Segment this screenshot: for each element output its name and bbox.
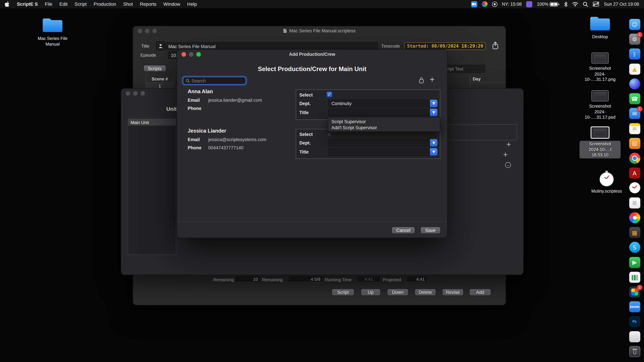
dock-utility-app-icon[interactable]	[629, 331, 640, 342]
minimize-button[interactable]	[133, 91, 138, 96]
dock-skype-icon[interactable]: S	[629, 242, 640, 253]
menu-option-script-supervisor[interactable]: Script Supervisor	[328, 118, 440, 124]
menu-production[interactable]: Production	[94, 2, 116, 6]
pinwheel-menu-icon[interactable]	[482, 1, 487, 7]
secondary-clock[interactable]: NY: 15:08	[502, 2, 522, 6]
dock-acrobat-icon[interactable]: A	[629, 168, 640, 179]
chevron-down-icon[interactable]: ▼	[430, 148, 438, 156]
control-center-icon[interactable]	[593, 2, 600, 6]
contact2-assignment-panel: Select Dept. ▼ Title ▼	[296, 129, 440, 159]
search-input[interactable]	[191, 78, 243, 83]
go-arrow-icon[interactable]: →	[505, 162, 511, 168]
dock-clock-icon[interactable]	[629, 182, 640, 193]
revise-button[interactable]: Revise	[442, 289, 464, 296]
apple-menu-icon[interactable]	[5, 1, 10, 7]
wifi-icon[interactable]	[572, 2, 578, 6]
dept-dropdown[interactable]: Continuity ▼	[328, 100, 438, 107]
dock-mail-icon[interactable]: ✉1	[629, 108, 640, 119]
dock-system-settings-icon[interactable]: ⚙1	[629, 34, 640, 45]
battery-icon	[550, 2, 560, 6]
save-button[interactable]: Save	[420, 227, 440, 234]
chevron-down-icon[interactable]: ▼	[430, 100, 438, 107]
dock-photos-icon[interactable]	[629, 212, 640, 223]
chevron-down-icon[interactable]: ▼	[430, 109, 438, 116]
dept-label: Dept.	[299, 101, 310, 106]
menu-file[interactable]: File	[45, 2, 52, 6]
dock-google-drive-icon[interactable]: ▲	[629, 63, 640, 75]
add-row-icon[interactable]: +	[503, 151, 508, 159]
dock-chrome-icon[interactable]	[629, 153, 640, 164]
app-menu[interactable]: ScriptE S	[17, 2, 38, 6]
desktop-icon-desktop-folder[interactable]: Desktop	[580, 15, 621, 40]
menu-edit[interactable]: Edit	[59, 2, 68, 6]
dept-dropdown[interactable]: ▼	[328, 139, 438, 146]
dock-textedit-icon[interactable]: ≣	[629, 197, 640, 208]
desktop-icon-screenshot-selected[interactable]: Screenshot2024-10-…t 18.53.10	[580, 126, 621, 158]
remaining-pages-field[interactable]: 10	[234, 276, 261, 282]
lock-icon[interactable]	[418, 77, 424, 84]
dock-launchpad-icon[interactable]: 2	[629, 286, 640, 298]
add-button[interactable]: Add	[469, 289, 491, 296]
title-dropdown[interactable]: ▼	[328, 148, 438, 156]
close-button[interactable]	[182, 52, 186, 57]
dock-bluetooth-icon[interactable]: ᛒ	[629, 49, 640, 60]
record-menu-icon[interactable]	[492, 1, 498, 7]
title-dropdown[interactable]: ▼	[328, 109, 438, 116]
add-item-icon[interactable]: +	[506, 140, 511, 148]
dock-trash-icon[interactable]	[629, 346, 640, 357]
desktop-icon-screenshot-png[interactable]: Screenshot2024-10-….31.17.png	[580, 52, 621, 82]
zoom-button[interactable]	[196, 52, 201, 57]
dock-calculator-icon[interactable]: ▦	[629, 227, 640, 238]
dock-notes-icon[interactable]: ≡	[629, 123, 640, 134]
dock-charts-app-icon[interactable]	[629, 272, 640, 283]
menu-script[interactable]: Script	[74, 2, 86, 6]
unit-list: Main Unit	[128, 117, 176, 255]
purple-app-menu-icon[interactable]	[526, 1, 532, 7]
contact-person-icon[interactable]	[156, 41, 165, 50]
menu-window[interactable]: Window	[163, 2, 180, 6]
delete-button[interactable]: Delete	[414, 289, 436, 296]
up-button[interactable]: Up	[360, 289, 381, 296]
cancel-button[interactable]: Cancel	[392, 227, 415, 234]
close-button[interactable]	[138, 29, 142, 33]
search-icon[interactable]	[583, 1, 588, 7]
chevron-down-icon[interactable]: ▼	[430, 139, 438, 146]
dept-dropdown-value: Continuity	[332, 101, 352, 106]
title-field[interactable]: Mac Series File Manual	[166, 42, 378, 50]
search-field[interactable]	[183, 77, 246, 85]
dock-video-app-icon[interactable]: ▶	[629, 257, 640, 268]
zoom-menu-icon[interactable]	[471, 1, 477, 7]
menu-help[interactable]: Help	[187, 2, 197, 6]
zoom-button[interactable]	[152, 29, 157, 33]
menu-bar-clock[interactable]: Sun 27 Oct 19:08	[604, 2, 639, 6]
desktop-icon-manual-folder[interactable]: Mac Series FileManual	[32, 16, 73, 47]
select-checkbox-unchecked[interactable]	[327, 133, 331, 137]
share-icon[interactable]	[490, 40, 501, 51]
script-button[interactable]: Script	[332, 289, 354, 296]
menu-option-addl-script-supervisor[interactable]: Add'l Script Supervisor	[328, 124, 440, 131]
desktop-icon-mutiny-scriptess[interactable]: Mutiny.scriptess	[586, 172, 627, 194]
menu-reports[interactable]: Reports	[140, 2, 156, 6]
unit-list-item-main-unit[interactable]: Main Unit	[128, 119, 176, 126]
add-contact-icon[interactable]: +	[430, 75, 435, 84]
dock-reports-app-icon[interactable]: ▤	[629, 138, 640, 149]
scripts-tab-button[interactable]: Scripts	[144, 65, 166, 72]
close-button[interactable]	[126, 91, 130, 96]
zoom-button[interactable]	[140, 91, 145, 96]
menu-shot[interactable]: Shot	[123, 2, 133, 6]
remaining-eighths-field[interactable]: 4 5/8	[288, 276, 323, 282]
minimize-button[interactable]	[145, 29, 150, 33]
battery-indicator[interactable]: 100%	[537, 2, 560, 6]
dock-facetime-icon[interactable]: ☎	[629, 93, 640, 104]
running-time-field: 4:41	[357, 276, 381, 282]
select-checkbox-checked[interactable]: ✓	[326, 91, 332, 97]
desktop-icon-screenshot-psd[interactable]: Screenshot2024-10-….31.17.psd	[580, 90, 621, 120]
dock-siri-icon[interactable]	[629, 78, 640, 89]
down-button[interactable]: Down	[387, 289, 409, 296]
dock-zoom-icon[interactable]: zoom	[629, 301, 640, 312]
dock-finder-icon[interactable]: ☺	[629, 19, 640, 30]
projected-field[interactable]: 4:41	[406, 276, 428, 282]
bluetooth-icon[interactable]	[564, 1, 568, 7]
dock-photoshop-icon[interactable]: Ps	[629, 316, 640, 327]
minimize-button[interactable]	[189, 52, 194, 57]
